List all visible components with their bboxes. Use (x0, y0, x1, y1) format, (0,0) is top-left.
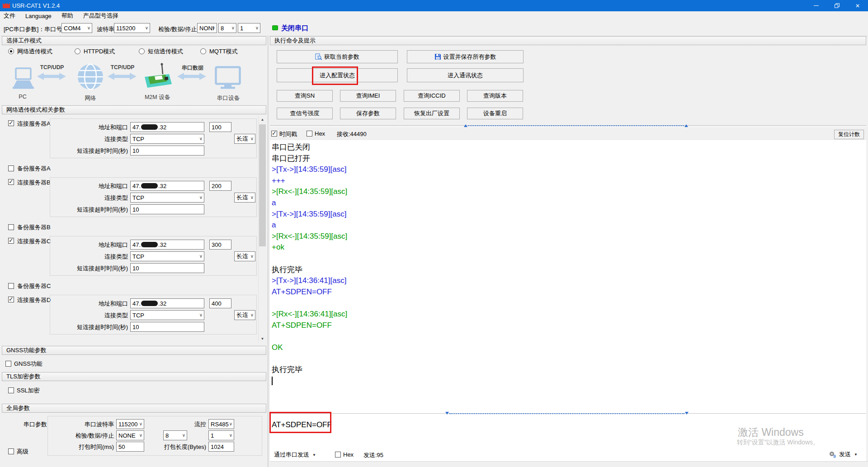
log-area[interactable]: 串口已关闭串口已打开>[Tx->][14:35:59][asc]+++>[Rx<… (272, 142, 859, 410)
com-port-select[interactable]: COM4∨ (61, 23, 92, 33)
query-sn-button[interactable]: 查询SN (277, 90, 333, 102)
server-a-port-input[interactable]: 100 (209, 122, 231, 132)
scrollbar-thumb[interactable] (259, 124, 266, 246)
stopbits-select[interactable]: 1∨ (238, 23, 260, 33)
baud-select[interactable]: 115200∨ (114, 23, 150, 33)
server-b-timeout-input[interactable]: 10 (130, 204, 204, 214)
log-line (272, 253, 859, 264)
chevron-down-icon: ∨ (255, 25, 259, 31)
top-splitter-handle[interactable] (468, 125, 684, 127)
server-d-timeout-input[interactable]: 10 (130, 322, 204, 332)
query-iccid-button[interactable]: 查询ICCID (404, 90, 460, 102)
send-button[interactable]: 发送 ▼ (829, 450, 858, 458)
server-a-checkbox[interactable] (8, 120, 14, 126)
recv-count: 接收:44490 (337, 130, 367, 138)
server-d-port-input[interactable]: 400 (209, 298, 231, 308)
advanced-checkbox[interactable] (8, 448, 14, 454)
timeout-label: 短连接超时时间(秒) (54, 323, 128, 331)
restore-button[interactable] (826, 0, 847, 11)
databits-select[interactable]: 8∨ (218, 23, 236, 33)
menu-language[interactable]: Language (25, 13, 52, 19)
chevron-down-icon: ∨ (250, 312, 254, 318)
bottom-splitter-handle[interactable] (449, 413, 684, 415)
log-hex-checkbox[interactable] (307, 131, 312, 137)
log-line: >[Rx<-][14:36:41][asc] (272, 309, 859, 320)
menu-help[interactable]: 帮助 (61, 12, 73, 20)
send-hex-label: Hex (343, 451, 354, 458)
server-b-address-input[interactable]: 47..32 (130, 181, 204, 191)
packlen-input[interactable]: 1024 (208, 442, 234, 452)
server-c-mode-select[interactable]: 长连∨ (234, 251, 255, 261)
serial-parity-select[interactable]: NONE∨ (116, 430, 144, 440)
set-save-all-button[interactable]: 设置并保存所有参数 (407, 50, 524, 63)
serial-databits-select[interactable]: 8∨ (163, 430, 187, 440)
serial-baud-select[interactable]: 115200∨ (116, 419, 144, 429)
server-d-checkbox[interactable] (8, 297, 14, 302)
left-panel-scrollbar[interactable]: ▲ ▼ (258, 116, 266, 343)
serial-device-icon (215, 66, 241, 91)
query-signal-button[interactable]: 查信号强度 (277, 108, 333, 119)
server-b-checkbox[interactable] (8, 179, 14, 185)
server-a-address-input[interactable]: 47..32 (130, 122, 204, 132)
redaction-mark (141, 183, 158, 189)
server-c-address-input[interactable]: 47..32 (130, 240, 204, 250)
scroll-up-icon[interactable]: ▲ (259, 116, 266, 123)
serial-stopbits-select[interactable]: 1∨ (208, 430, 234, 440)
server-b-type-select[interactable]: TCP∨ (130, 193, 204, 203)
log-line: AT+SDPEN=OFF (272, 287, 859, 298)
scroll-down-icon[interactable]: ▼ (259, 335, 266, 343)
server-a-timeout-input[interactable]: 10 (130, 146, 204, 156)
sent-count: 发送:95 (363, 451, 383, 459)
server-c-timeout-input[interactable]: 10 (130, 263, 204, 273)
query-version-button[interactable]: 查询版本 (467, 90, 523, 102)
menu-file[interactable]: 文件 (4, 12, 15, 20)
server-d-type-select[interactable]: TCP∨ (130, 310, 204, 320)
server-c-type-select[interactable]: TCP∨ (130, 251, 204, 261)
packtime-input[interactable]: 50 (116, 442, 144, 452)
ssl-checkbox[interactable] (8, 387, 14, 393)
backup-a-checkbox[interactable] (8, 165, 14, 171)
server-c-checkbox[interactable] (8, 238, 14, 244)
server-d-address-input[interactable]: 47..32 (130, 298, 204, 308)
query-imei-button[interactable]: 查询IMEI (340, 90, 396, 102)
log-line (272, 353, 859, 364)
server-c-port-input[interactable]: 300 (209, 240, 231, 250)
timestamp-checkbox[interactable] (271, 131, 277, 137)
reset-count-button[interactable]: 复位计数 (834, 130, 864, 139)
save-params-button[interactable]: 保存参数 (340, 108, 396, 119)
menu-product-model[interactable]: 产品型号选择 (83, 12, 118, 20)
flow-select[interactable]: RS485∨ (208, 419, 234, 429)
enter-comm-button[interactable]: 进入通讯状态 (407, 68, 524, 82)
link-label: TCP/UDP (38, 64, 66, 71)
server-b-port-input[interactable]: 200 (209, 181, 231, 191)
factory-reset-button[interactable]: 恢复出厂设置 (404, 108, 460, 119)
chevron-down-icon: ∨ (212, 25, 215, 31)
reboot-button[interactable]: 设备重启 (467, 108, 523, 119)
radio-mqtt[interactable] (200, 48, 206, 54)
close-port-button[interactable]: 关闭串口 (281, 24, 308, 33)
gnss-checkbox[interactable] (5, 361, 11, 367)
parity-select[interactable]: NONI∨ (197, 23, 217, 33)
close-button[interactable]: ✕ (847, 0, 868, 11)
link-label: 串口数据 (177, 64, 208, 72)
server-a-type-select[interactable]: TCP∨ (130, 134, 204, 144)
radio-sms-passthrough[interactable] (139, 48, 145, 54)
send-via-serial-dropdown[interactable]: 通过串口发送▼ (274, 451, 316, 459)
node-label: PC (11, 94, 34, 100)
radio-httpd[interactable] (75, 48, 80, 54)
globe-icon (77, 63, 104, 92)
get-params-button[interactable]: 获取当前参数 (277, 50, 398, 63)
backup-b-checkbox[interactable] (8, 224, 14, 230)
restore-icon (835, 3, 840, 8)
server-b-mode-select[interactable]: 长连∨ (234, 193, 255, 203)
chevron-down-icon: ∨ (145, 25, 148, 31)
send-hex-checkbox[interactable] (335, 452, 341, 458)
server-a-mode-select[interactable]: 长连∨ (234, 134, 255, 144)
baud-label: 波特率 (97, 25, 114, 33)
minimize-button[interactable] (806, 0, 826, 11)
server-d-mode-select[interactable]: 长连∨ (234, 310, 255, 320)
pc-serial-label: [PC串口参数]：串口号 (4, 25, 62, 33)
radio-net-passthrough[interactable] (8, 48, 14, 54)
log-line: >[Tx->][14:36:41][asc] (272, 275, 859, 287)
backup-c-checkbox[interactable] (8, 283, 14, 289)
